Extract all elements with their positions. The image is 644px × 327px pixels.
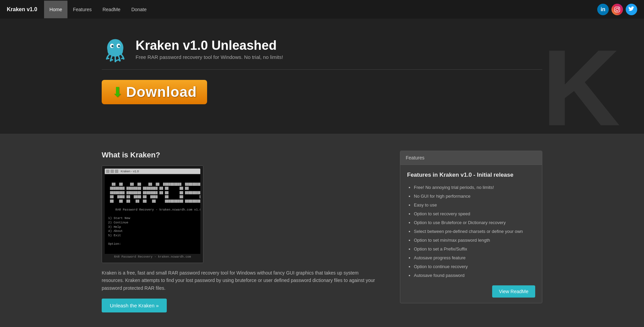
win-maximize-icon: [110, 170, 114, 173]
download-button[interactable]: ⬇ Download: [102, 80, 207, 104]
win-close-icon: [115, 170, 118, 173]
navbar-nav: Home Features ReadMe Donate: [44, 1, 152, 18]
win-minimize-icon: [106, 170, 109, 173]
feature-item-10: Autosave found password: [414, 271, 535, 280]
download-arrow-icon: ⬇: [112, 85, 123, 99]
nav-item-features[interactable]: Features: [67, 1, 97, 18]
feature-item-2: Easy to use: [414, 201, 535, 210]
svg-rect-0: [615, 7, 620, 12]
twitter-icon[interactable]: [626, 4, 637, 15]
unleash-button[interactable]: Unleash the Kraken »: [102, 299, 167, 312]
features-box: Features Features in Kraken v1.0 - Initi…: [400, 151, 542, 303]
feature-item-9: Option to continue recovery: [414, 262, 535, 271]
nav-link-donate[interactable]: Donate: [126, 1, 152, 18]
download-label: Download: [126, 84, 197, 100]
navbar-brand: Kraken v1.0: [7, 6, 37, 13]
feature-item-5: Select between pre-defined charsets or d…: [414, 227, 535, 236]
main-content: What is Kraken? Kraken - v1.0 ██ ██ ██ █…: [0, 134, 644, 327]
left-column: What is Kraken? Kraken - v1.0 ██ ██ ██ █…: [102, 151, 380, 327]
view-readme-button[interactable]: View ReadMe: [492, 285, 535, 298]
svg-point-6: [112, 45, 114, 47]
hero-header: Kraken v1.0 Unleashed Free RAR password …: [102, 36, 542, 63]
nav-link-features[interactable]: Features: [67, 1, 97, 18]
feature-item-8: Autosave progress feature: [414, 254, 535, 262]
features-box-content: Features in Kraken v1.0 - Initial releas…: [400, 165, 542, 303]
svg-point-7: [118, 45, 120, 47]
feature-item-1: No GUI for high performance: [414, 192, 535, 201]
screenshot-console: ██ ██ ██ ██ ██ ██ ██████████ ██████████ …: [105, 175, 200, 254]
feature-item-6: Option to set min/max password length: [414, 236, 535, 245]
features-box-title: Features in Kraken v1.0 - Initial releas…: [407, 172, 535, 178]
features-box-header: Features: [400, 151, 542, 165]
nav-item-home[interactable]: Home: [44, 1, 67, 18]
nav-item-donate[interactable]: Donate: [126, 1, 152, 18]
hero-subtitle: Free RAR password recovery tool for Wind…: [136, 54, 283, 60]
screenshot-footer: RAR Password Recovery - kraken.ncwardh.c…: [105, 254, 200, 260]
app-screenshot: Kraken - v1.0 ██ ██ ██ ██ ██ ██ ████████…: [102, 166, 203, 263]
hero-title-group: Kraken v1.0 Unleashed Free RAR password …: [136, 38, 283, 60]
linkedin-icon[interactable]: in: [597, 4, 609, 15]
svg-point-1: [616, 8, 619, 11]
kraken-logo-icon: [102, 36, 129, 63]
hero-bg-decoration: K: [542, 25, 617, 134]
hero-divider: [102, 69, 542, 70]
nav-link-readme[interactable]: ReadMe: [97, 1, 126, 18]
feature-item-0: Free! No annoying trial periods, no limi…: [414, 183, 535, 192]
instagram-icon[interactable]: [611, 4, 623, 15]
hero-title: Kraken v1.0 Unleashed: [136, 38, 283, 53]
what-is-title: What is Kraken?: [102, 151, 380, 159]
features-list: Free! No annoying trial periods, no limi…: [407, 183, 535, 280]
description-text: Kraken is a free, fast and small RAR pas…: [102, 269, 380, 292]
screenshot-titlebar: Kraken - v1.0: [105, 169, 200, 174]
right-column: Features Features in Kraken v1.0 - Initi…: [400, 151, 542, 303]
svg-point-2: [618, 7, 619, 8]
feature-item-3: Option to set recovery speed: [414, 210, 535, 218]
screenshot-title: Kraken - v1.0: [121, 170, 139, 173]
navbar: Kraken v1.0 Home Features ReadMe Donate …: [0, 0, 644, 19]
feature-item-4: Option to use Bruteforce or Dictionary r…: [414, 218, 535, 227]
hero-section: K Kraken v1.0 Unleashed Free RAR passwor…: [0, 19, 644, 134]
feature-item-7: Option to set a Prefix/Suffix: [414, 245, 535, 254]
nav-item-readme[interactable]: ReadMe: [97, 1, 126, 18]
navbar-social: in: [597, 4, 637, 15]
nav-link-home[interactable]: Home: [44, 1, 67, 18]
